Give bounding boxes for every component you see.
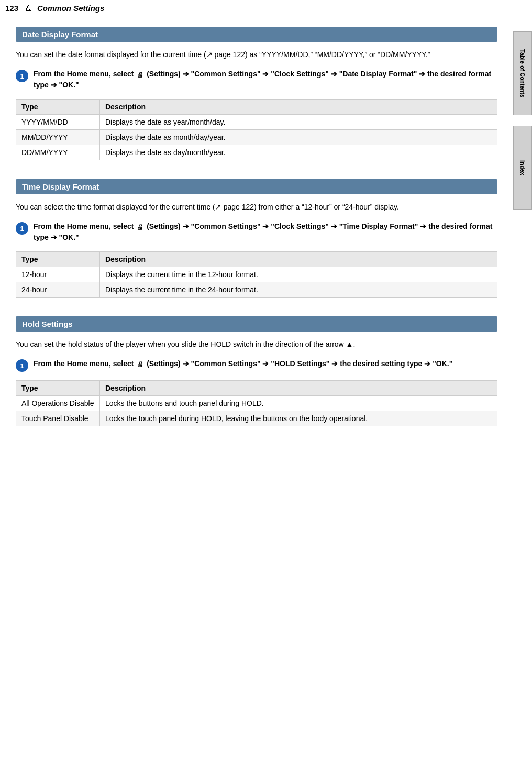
page-number: 123 [5, 4, 18, 13]
table-row: DD/MM/YYYY Displays the date as day/mont… [16, 145, 497, 160]
page-title: Common Settings [37, 4, 104, 13]
body-text-hold: You can set the hold status of the playe… [16, 339, 497, 350]
table-cell-desc: Displays the date as year/month/day. [100, 115, 497, 130]
table-cell-desc: Displays the current time in the 12-hour… [100, 267, 497, 282]
table-cell-type: All Operations Disable [16, 396, 100, 411]
table-cell-desc: Locks the touch panel during HOLD, leavi… [100, 411, 497, 426]
table-row: MM/DD/YYYY Displays the date as month/da… [16, 130, 497, 145]
step-block-time: 1 From the Home menu, select 🖨 (Settings… [16, 221, 497, 243]
step-text-hold: From the Home menu, select 🖨 (Settings) … [34, 358, 452, 369]
table-row: Touch Panel Disable Locks the touch pane… [16, 411, 497, 426]
table-cell-type: YYYY/MM/DD [16, 115, 100, 130]
table-header-desc-date: Description [100, 100, 497, 115]
body-text-time: You can select the time format displayed… [16, 202, 497, 213]
section-title-date: Date Display Format [16, 27, 497, 42]
table-row: 24-hour Displays the current time in the… [16, 282, 497, 298]
table-date: Type Description YYYY/MM/DD Displays the… [16, 99, 497, 160]
settings-icon: 🖨 [25, 3, 33, 13]
table-row: YYYY/MM/DD Displays the date as year/mon… [16, 115, 497, 130]
page-header: 123 🖨 Common Settings [0, 0, 532, 16]
settings-icon-date: 🖨 [137, 70, 143, 80]
step-text-date: From the Home menu, select 🖨 (Settings) … [34, 69, 497, 91]
step-block-date: 1 From the Home menu, select 🖨 (Settings… [16, 69, 497, 91]
table-header-type-hold: Type [16, 381, 100, 396]
table-cell-desc: Displays the current time in the 24-hour… [100, 282, 497, 298]
body-text-date: You can set the date format displayed fo… [16, 49, 497, 60]
settings-icon-time: 🖨 [137, 222, 143, 233]
table-header-type-time: Type [16, 252, 100, 267]
table-cell-type: DD/MM/YYYY [16, 145, 100, 160]
section-time-display-format: Time Display Format You can select the t… [16, 179, 497, 298]
table-cell-type: Touch Panel Disable [16, 411, 100, 426]
table-cell-type: 12-hour [16, 267, 100, 282]
table-cell-desc: Locks the buttons and touch panel during… [100, 396, 497, 411]
toc-tab[interactable]: Table of Contents [513, 31, 532, 115]
table-cell-desc: Displays the date as day/month/year. [100, 145, 497, 160]
main-content: Date Display Format You can set the date… [0, 16, 513, 461]
table-header-desc-time: Description [100, 252, 497, 267]
section-title-time: Time Display Format [16, 179, 497, 194]
table-cell-type: MM/DD/YYYY [16, 130, 100, 145]
table-cell-type: 24-hour [16, 282, 100, 298]
step-circle-date: 1 [16, 70, 28, 82]
table-header-type-date: Type [16, 100, 100, 115]
step-circle-time: 1 [16, 222, 28, 235]
step-circle-hold: 1 [16, 359, 28, 372]
right-sidebar: Table of Contents Index [513, 0, 532, 760]
table-cell-desc: Displays the date as month/day/year. [100, 130, 497, 145]
settings-icon-hold: 🖨 [137, 359, 143, 370]
index-tab[interactable]: Index [513, 126, 532, 210]
table-header-desc-hold: Description [100, 381, 497, 396]
step-text-time: From the Home menu, select 🖨 (Settings) … [34, 221, 497, 243]
table-time: Type Description 12-hour Displays the cu… [16, 251, 497, 298]
table-row: All Operations Disable Locks the buttons… [16, 396, 497, 411]
step-block-hold: 1 From the Home menu, select 🖨 (Settings… [16, 358, 497, 372]
section-title-hold: Hold Settings [16, 316, 497, 332]
table-hold: Type Description All Operations Disable … [16, 380, 497, 426]
section-hold-settings: Hold Settings You can set the hold statu… [16, 316, 497, 426]
table-row: 12-hour Displays the current time in the… [16, 267, 497, 282]
section-date-display-format: Date Display Format You can set the date… [16, 27, 497, 160]
